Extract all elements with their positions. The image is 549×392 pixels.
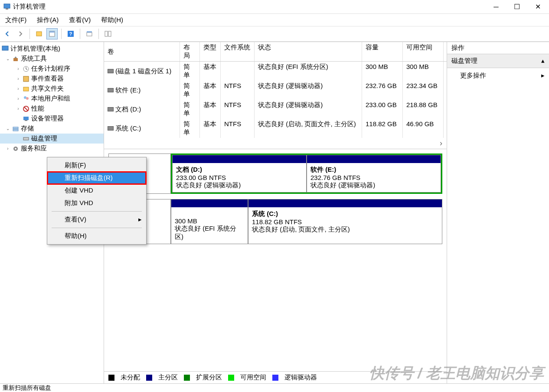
volume-row[interactable]: (磁盘 1 磁盘分区 1)简单基本状态良好 (EFI 系统分区)300 MB30…	[104, 62, 447, 81]
tree-devmgr[interactable]: ›设备管理器	[0, 114, 104, 124]
ctx-attach-vhd[interactable]: 附加 VHD	[47, 197, 146, 209]
volume-row[interactable]: 软件 (E:)简单基本NTFS状态良好 (逻辑驱动器)232.76 GB232.…	[104, 81, 447, 100]
tree-diskmgmt[interactable]: ›磁盘管理	[0, 134, 104, 144]
partition-header-icon	[307, 155, 441, 163]
swatch-free-icon	[228, 375, 234, 381]
menu-action[interactable]: 操作(A)	[34, 15, 61, 25]
volume-header: 卷 布局 类型 文件系统 状态 容量 可用空间	[104, 42, 447, 62]
help-icon[interactable]: ?	[65, 28, 76, 39]
actions-title: 操作	[447, 42, 549, 54]
menu-view[interactable]: 查看(V)	[66, 15, 93, 25]
svg-rect-22	[13, 129, 18, 131]
volume-icon	[108, 69, 114, 73]
maximize-button[interactable]: ☐	[513, 3, 521, 11]
ctx-refresh[interactable]: 刷新(F)	[47, 159, 146, 172]
svg-rect-21	[13, 127, 18, 129]
ctx-view[interactable]: 查看(V)▸	[47, 213, 146, 226]
center-pane: 卷 布局 类型 文件系统 状态 容量 可用空间 (磁盘 1 磁盘分区 1)简单基…	[104, 42, 447, 383]
menu-file[interactable]: 文件(F)	[3, 15, 29, 25]
svg-point-25	[15, 148, 16, 150]
partition-header-icon	[173, 155, 306, 163]
actions-section[interactable]: 磁盘管理▴	[447, 54, 549, 68]
menubar: 文件(F) 操作(A) 查看(V) 帮助(H)	[0, 14, 549, 26]
svg-rect-0	[4, 4, 10, 8]
ctx-rescan[interactable]: 重新扫描磁盘(R)	[47, 172, 146, 184]
statusbar: 重新扫描所有磁盘	[0, 383, 549, 392]
partition-d[interactable]: 文档 (D:) 233.00 GB NTFS 状态良好 (逻辑驱动器)	[172, 155, 307, 193]
disk-graphical-view[interactable]: 465.76 GB 联机 文档 (D:) 233.00 GB NTFS 状态良好…	[104, 149, 447, 371]
tree-systools[interactable]: ⌄系统工具	[0, 54, 104, 64]
submenu-arrow-icon: ▸	[541, 72, 545, 80]
toolbar-icon-5[interactable]	[102, 28, 114, 39]
col-layout[interactable]: 布局	[180, 42, 200, 61]
svg-rect-12	[13, 58, 18, 61]
col-capacity[interactable]: 容量	[362, 42, 403, 61]
disk-0-row[interactable]: 465.76 GB 联机 文档 (D:) 233.00 GB NTFS 状态良好…	[108, 154, 442, 194]
scroll-right-icon[interactable]: ›	[104, 138, 447, 149]
toolbar-icon-1[interactable]	[33, 28, 45, 39]
toolbar-icon-2[interactable]	[46, 28, 58, 39]
col-fs[interactable]: 文件系统	[221, 42, 255, 61]
window-title: 计算机管理	[13, 3, 492, 11]
context-menu[interactable]: 刷新(F) 重新扫描磁盘(R) 创建 VHD 附加 VHD 查看(V)▸ 帮助(…	[47, 157, 147, 245]
svg-rect-20	[25, 120, 27, 121]
volume-row[interactable]: 文档 (D:)简单基本NTFS状态良好 (逻辑驱动器)233.00 GB218.…	[104, 100, 447, 119]
app-icon	[3, 3, 10, 10]
col-volume[interactable]: 卷	[104, 42, 180, 61]
ctx-separator	[52, 211, 142, 212]
tree-root[interactable]: 计算机管理(本地)	[0, 44, 104, 54]
ctx-separator	[52, 228, 142, 228]
volume-list[interactable]: 卷 布局 类型 文件系统 状态 容量 可用空间 (磁盘 1 磁盘分区 1)简单基…	[104, 42, 447, 149]
svg-rect-10	[108, 31, 111, 36]
svg-rect-4	[49, 31, 55, 33]
disk-1-row[interactable]: 磁盘 1 基本 119.12 GB 联机 300 MB 状态良好 (EFI 系统…	[108, 199, 442, 244]
col-status[interactable]: 状态	[255, 42, 362, 61]
partition-header-icon	[171, 199, 248, 207]
svg-rect-7	[87, 33, 92, 36]
svg-rect-2	[36, 32, 42, 36]
partition-e[interactable]: 软件 (E:) 232.76 GB NTFS 状态良好 (逻辑驱动器)	[307, 155, 441, 193]
toolbar-icon-4[interactable]	[84, 28, 95, 39]
actions-pane: 操作 磁盘管理▴ 更多操作▸	[447, 42, 549, 383]
titlebar: 计算机管理 ─ ☐ ✕	[0, 0, 549, 14]
tree-services[interactable]: ›服务和应	[0, 144, 104, 154]
col-type[interactable]: 类型	[200, 42, 221, 61]
partition-c[interactable]: 系统 (C:) 118.82 GB NTFS 状态良好 (启动, 页面文件, 主…	[248, 199, 442, 244]
tree-shared[interactable]: ›共享文件夹	[0, 84, 104, 94]
volume-row[interactable]: 系统 (C:)简单基本NTFS状态良好 (启动, 页面文件, 主分区)118.8…	[104, 119, 447, 138]
col-free[interactable]: 可用空间	[403, 42, 444, 61]
swatch-extended-icon	[184, 375, 190, 381]
svg-rect-9	[105, 31, 108, 36]
toolbar: ?	[0, 26, 549, 42]
svg-rect-1	[6, 8, 8, 10]
forward-button[interactable]	[15, 28, 26, 39]
volume-icon	[108, 107, 114, 111]
swatch-logical-icon	[272, 375, 278, 381]
tree-perf[interactable]: ›性能	[0, 104, 104, 114]
swatch-primary-icon	[146, 375, 152, 381]
actions-more[interactable]: 更多操作▸	[447, 68, 549, 83]
partition-efi[interactable]: 300 MB 状态良好 (EFI 系统分区)	[171, 199, 248, 244]
tree-storage[interactable]: ⌄存储	[0, 124, 104, 134]
submenu-arrow-icon: ▸	[138, 216, 142, 223]
svg-rect-14	[23, 76, 29, 82]
partition-header-icon	[248, 199, 442, 207]
tree-users[interactable]: ›本地用户和组	[0, 94, 104, 104]
volume-icon	[108, 126, 114, 131]
back-button[interactable]	[2, 28, 13, 39]
svg-rect-19	[23, 117, 29, 120]
watermark: 快传号 / 老王电脑知识分享	[369, 363, 544, 383]
svg-rect-11	[2, 46, 8, 50]
collapse-icon[interactable]: ▴	[541, 57, 545, 65]
tree-eventviewer[interactable]: ›事件查看器	[0, 74, 104, 84]
tree-scheduler[interactable]: ›任务计划程序	[0, 64, 104, 74]
menu-help[interactable]: 帮助(H)	[98, 15, 126, 25]
svg-rect-23	[23, 137, 29, 140]
swatch-unallocated-icon	[108, 375, 114, 381]
svg-rect-8	[87, 31, 92, 33]
close-button[interactable]: ✕	[533, 3, 542, 11]
minimize-button[interactable]: ─	[492, 3, 500, 11]
svg-rect-15	[23, 87, 29, 91]
ctx-help[interactable]: 帮助(H)	[47, 230, 146, 242]
ctx-create-vhd[interactable]: 创建 VHD	[47, 184, 146, 197]
